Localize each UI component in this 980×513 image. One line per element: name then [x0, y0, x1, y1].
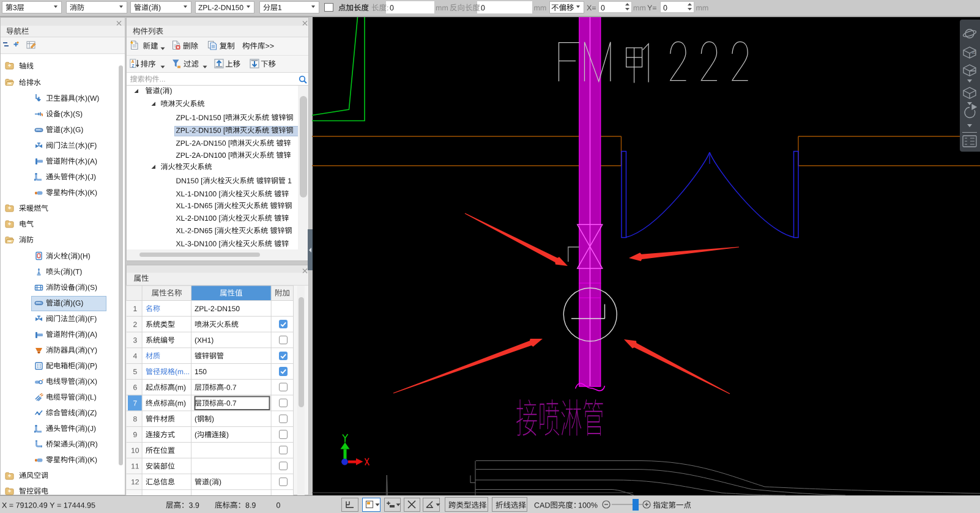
svg-text:Z: Z: [132, 63, 134, 67]
svg-text:3D: 3D: [971, 51, 976, 54]
